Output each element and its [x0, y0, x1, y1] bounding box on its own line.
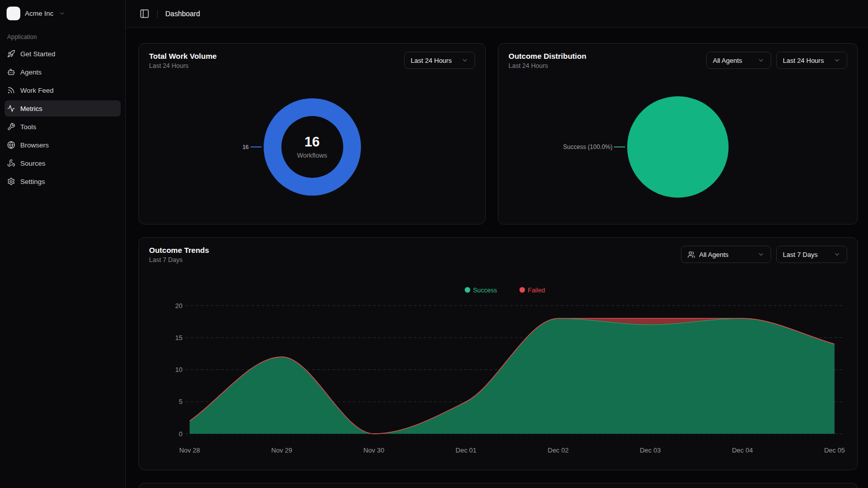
workflow-count-label: Workflows — [297, 152, 328, 159]
sidebar-item-label: Work Feed — [20, 87, 54, 94]
sidebar-item-sources[interactable]: Sources — [5, 155, 121, 171]
svg-text:20: 20 — [175, 302, 183, 310]
card-title: Outcome Trends — [149, 246, 209, 254]
card-title: Outcome Distribution — [509, 52, 586, 60]
svg-text:Dec 04: Dec 04 — [732, 446, 753, 454]
time-range-dropdown[interactable]: Last 7 Days — [776, 246, 847, 263]
outcome-distribution-card: Outcome Distribution Last 24 Hours All A… — [498, 43, 858, 224]
sidebar-item-get-started[interactable]: Get Started — [5, 46, 121, 62]
svg-text:Dec 03: Dec 03 — [640, 446, 661, 454]
chevron-down-icon — [834, 251, 841, 258]
time-range-dropdown[interactable]: Last 24 Hours — [776, 52, 847, 69]
card-subtitle: Last 24 Hours — [509, 62, 586, 69]
sidebar-toggle-button[interactable] — [139, 9, 150, 19]
total-work-volume-card: Total Work Volume Last 24 Hours Last 24 … — [138, 43, 486, 224]
sidebar-item-tools[interactable]: Tools — [5, 119, 121, 135]
sidebar-item-metrics[interactable]: Metrics — [5, 100, 121, 117]
sidebar-item-settings[interactable]: Settings — [5, 173, 121, 190]
app-window: Acme Inc Application Get Started Agents … — [0, 0, 868, 488]
rss-icon — [7, 86, 15, 94]
time-range-dropdown[interactable]: Last 24 Hours — [404, 52, 475, 69]
sidebar: Acme Inc Application Get Started Agents … — [0, 0, 126, 488]
main-area: Dashboard Total Work Volume Last 24 Hour… — [126, 0, 868, 488]
activity-icon — [7, 104, 15, 112]
bot-icon — [7, 68, 15, 76]
sidebar-section-label: Application — [0, 33, 125, 41]
svg-text:15: 15 — [175, 334, 183, 342]
users-icon — [688, 251, 695, 258]
pie-callout: Success (100.0%) — [563, 143, 625, 151]
card-subtitle: Last 7 Days — [149, 256, 209, 264]
chevron-down-icon — [757, 57, 765, 64]
card-subtitle: Last 24 Hours — [149, 62, 216, 69]
chevron-down-icon — [834, 57, 841, 64]
chevron-down-icon — [461, 57, 468, 64]
sidebar-item-label: Metrics — [20, 105, 43, 112]
acme-logo — [7, 7, 20, 20]
success-pie-chart — [627, 96, 729, 198]
callout-line — [250, 146, 262, 147]
svg-text:Dec 05: Dec 05 — [824, 446, 845, 454]
sidebar-item-label: Tools — [20, 123, 37, 131]
agents-dropdown[interactable]: All Agents — [706, 52, 771, 69]
svg-text:Nov 28: Nov 28 — [179, 446, 200, 454]
svg-text:5: 5 — [179, 398, 183, 405]
sidebar-item-label: Get Started — [20, 50, 55, 58]
workflow-count: 16 — [304, 134, 319, 150]
svg-text:Nov 30: Nov 30 — [364, 446, 384, 454]
sidebar-nav: Get Started Agents Work Feed Metrics Too… — [0, 41, 125, 190]
webhook-icon — [7, 159, 15, 167]
svg-text:Nov 29: Nov 29 — [271, 446, 292, 454]
outcome-trends-chart: 05101520Nov 28Nov 29Nov 30Dec 01Dec 02De… — [139, 238, 858, 471]
gear-icon — [7, 177, 15, 185]
card-title: Total Work Volume — [149, 52, 216, 60]
globe-icon — [7, 141, 15, 149]
workspace-name: Acme Inc — [25, 10, 53, 17]
next-card-partial — [138, 483, 858, 488]
callout-line — [614, 146, 625, 147]
topbar-divider — [157, 10, 158, 18]
workspace-switcher[interactable]: Acme Inc — [0, 0, 125, 22]
sidebar-item-work-feed[interactable]: Work Feed — [5, 82, 121, 98]
sidebar-item-label: Sources — [20, 160, 46, 167]
svg-text:Dec 02: Dec 02 — [548, 446, 568, 454]
workflows-donut-chart: 16 Workflows — [264, 98, 361, 196]
svg-text:Success: Success — [473, 287, 497, 294]
chevron-down-icon — [59, 10, 65, 17]
svg-text:Dec 01: Dec 01 — [456, 446, 477, 454]
dashboard-content: Total Work Volume Last 24 Hours Last 24 … — [126, 28, 868, 488]
rocket-icon — [7, 50, 15, 58]
svg-text:10: 10 — [175, 366, 183, 373]
wrench-icon — [7, 123, 15, 131]
page-title: Dashboard — [165, 10, 200, 18]
sidebar-item-browsers[interactable]: Browsers — [5, 137, 121, 153]
outcome-trends-card: Outcome Trends Last 7 Days All Agents La… — [138, 237, 858, 470]
sidebar-item-agents[interactable]: Agents — [5, 64, 121, 80]
chevron-down-icon — [757, 251, 765, 258]
svg-text:Failed: Failed — [528, 287, 545, 294]
topbar: Dashboard — [126, 0, 868, 28]
svg-text:0: 0 — [179, 430, 183, 438]
sidebar-item-label: Agents — [20, 68, 42, 76]
sidebar-item-label: Browsers — [20, 141, 49, 149]
agents-dropdown[interactable]: All Agents — [681, 246, 771, 263]
sidebar-item-label: Settings — [20, 178, 45, 185]
donut-callout: 16 — [242, 144, 261, 150]
